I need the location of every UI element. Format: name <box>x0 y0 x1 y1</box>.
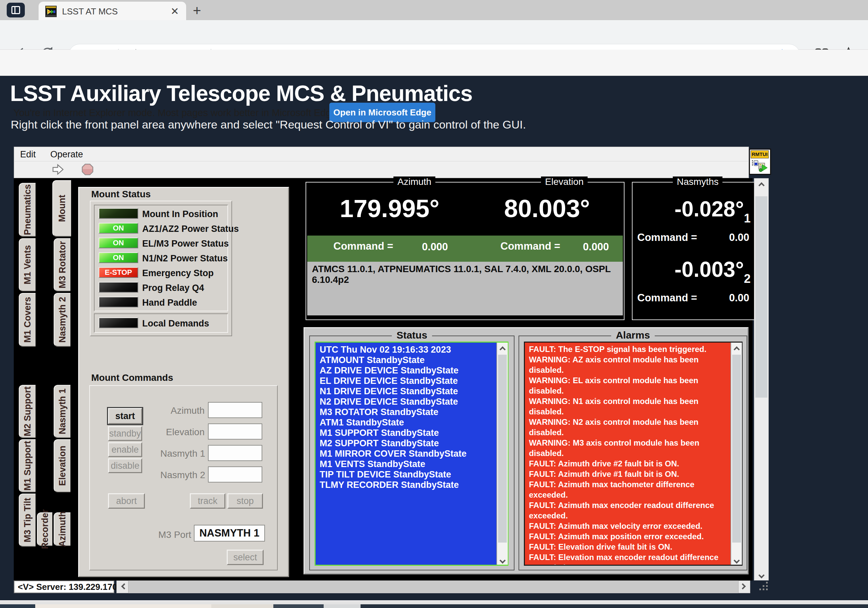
status-group: Status UTC Thu Nov 02 19:16:33 2023ATMOU… <box>309 335 515 571</box>
elevation-input[interactable] <box>208 423 262 440</box>
az-power-led: ON <box>99 223 138 234</box>
status-line: ATM1 StandbyState <box>319 417 507 428</box>
tab-nasmyth-1[interactable]: Nasmyth 1 <box>54 385 70 438</box>
alarm-line: WARNING: N1 axis control module has been… <box>529 396 726 417</box>
alarm-line: FAULT: Azimuth drive #1 fault bit is ON. <box>529 469 726 479</box>
alarm-line: WARNING: M3 axis control module has been… <box>529 437 726 458</box>
alarm-line: FAULT: Azimuth max encoder readout diffe… <box>529 500 726 521</box>
nasmyth1-input[interactable] <box>208 445 262 461</box>
alarms-scrollbar[interactable] <box>730 343 742 565</box>
elevation-command-label: Command = <box>501 240 560 252</box>
alarms-scroll-up-icon[interactable] <box>731 343 742 353</box>
nasmyth2-field-label: Nasmyth 2 <box>160 470 205 481</box>
status-scroll-up-icon[interactable] <box>497 343 508 353</box>
status-list[interactable]: UTC Thu Nov 02 19:16:33 2023ATMOUNT Stan… <box>315 341 508 566</box>
mount-in-position-label: Mount In Position <box>142 209 218 219</box>
az-el-display: Azimuth Elevation 179.995° 80.003° Comma… <box>305 182 625 320</box>
tab-recorder[interactable]: Recorder <box>37 512 52 546</box>
tab-m3-tip-tilt[interactable]: M3 Tip Tilt <box>19 493 36 547</box>
select-button[interactable]: select <box>227 550 264 565</box>
elevation-command-value: 0.000 <box>583 241 609 253</box>
alarms-scroll-down-icon[interactable] <box>731 556 742 564</box>
azimuth-command-label: Command = <box>333 240 393 252</box>
estop-label: Emergency Stop <box>142 268 214 279</box>
hscroll-right-button[interactable] <box>738 580 750 593</box>
m3-port-value: NASMYTH 1 <box>194 525 265 541</box>
panel-scroll-up-icon[interactable] <box>754 178 769 189</box>
page-title: LSST Auxiliary Telescope MCS & Pneumatic… <box>10 81 472 106</box>
rmtui-icon <box>751 160 769 174</box>
alarm-line: FAULT: Elevation drive fault bit is ON. <box>529 541 726 552</box>
tab-elevation[interactable]: Elevation <box>54 439 70 492</box>
tab-close-icon[interactable]: ✕ <box>169 6 181 18</box>
local-demands-label: Local Demands <box>142 318 209 329</box>
labview-favicon-icon <box>45 6 57 17</box>
workspaces-icon[interactable] <box>7 3 25 17</box>
nasmyth2-command-label: Command = <box>637 292 697 304</box>
tab-m1-support[interactable]: M1 Support <box>19 439 36 492</box>
start-button[interactable]: start <box>108 408 142 424</box>
tab-azimuth[interactable]: Azimuth <box>54 512 70 546</box>
browser-tab[interactable]: LSST AT MCS ✕ <box>39 2 186 20</box>
panel-scroll-down-icon[interactable] <box>754 571 769 579</box>
nasmyth1-field-label: Nasmyth 1 <box>160 448 205 459</box>
abort-button[interactable]: abort <box>108 493 145 509</box>
window-bottom-edge <box>0 600 868 604</box>
nasmyth1-command-label: Command = <box>637 231 697 244</box>
panel-scroll-thumb[interactable] <box>755 196 767 398</box>
taskbar-fragment <box>35 604 211 608</box>
status-scrollbar[interactable] <box>496 343 508 565</box>
nasmyths-display: Nasmyths -0.028°1 Command = 0.00 -0.003°… <box>632 182 756 320</box>
hscroll-track[interactable] <box>129 580 738 593</box>
standby-button[interactable]: standby <box>108 426 142 441</box>
prog-relay-label: Prog Relay Q4 <box>142 283 204 293</box>
status-scroll-down-icon[interactable] <box>497 556 508 564</box>
disable-button[interactable]: disable <box>108 458 142 473</box>
tab-title: LSST AT MCS <box>62 6 118 17</box>
nasmyths-display-title: Nasmyths <box>673 177 722 187</box>
version-line: ATMCS 11.0.1, ATPNEUMATICS 11.0.1, SAL 7… <box>307 262 623 315</box>
taskbar-fragment <box>211 604 273 608</box>
alarm-line: WARNING: AZ axis control module has been… <box>529 354 726 375</box>
status-line: M1 VENTS StandbyState <box>319 459 507 469</box>
status-line: M1 SUPPORT StandbyState <box>319 428 507 438</box>
nasmyth2-input[interactable] <box>208 467 262 482</box>
menu-edit[interactable]: Edit <box>20 149 36 160</box>
nasmyth2-value: -0.003°2 <box>674 257 750 286</box>
ie-mode-banner-text: You're in Internet Explorer mode. Most p… <box>13 107 339 118</box>
tab-mount[interactable]: Mount <box>52 180 71 237</box>
track-button[interactable]: track <box>190 493 225 509</box>
new-tab-button[interactable]: + <box>193 3 201 19</box>
browser-tab-bar: LSST AT MCS ✕ + <box>0 0 868 20</box>
alarms-group: Alarms FAULT: The E-STOP signal has been… <box>519 335 747 571</box>
status-scroll-thumb[interactable] <box>498 355 507 543</box>
m3-port-label: M3 Port <box>154 529 191 540</box>
alarm-line: WARNING: N2 axis control module has been… <box>529 417 726 437</box>
tab-m1-covers[interactable]: M1 Covers <box>19 293 36 347</box>
abort-execution-icon[interactable] <box>81 163 94 177</box>
tab-m3-rotator[interactable]: M3 Rotator <box>54 238 70 291</box>
rmtui-widget[interactable]: RMTUI <box>749 149 771 175</box>
status-line: N1 DRIVE DEVICE StandbyState <box>319 386 507 397</box>
n1n2-power-label: N1/N2 Power Status <box>142 253 228 264</box>
resize-grip[interactable] <box>755 581 771 593</box>
alarms-scroll-thumb[interactable] <box>732 355 741 543</box>
hscroll-left-button[interactable] <box>116 580 129 593</box>
mount-commands-title: Mount Commands <box>91 372 173 383</box>
tab-nasmyth-2[interactable]: Nasmyth 2 <box>54 293 70 347</box>
enable-button[interactable]: enable <box>108 442 142 457</box>
status-alarms-panel: Status UTC Thu Nov 02 19:16:33 2023ATMOU… <box>304 327 749 574</box>
tab-m2-support[interactable]: M2 Support <box>19 385 36 438</box>
azimuth-command-value: 0.000 <box>422 241 448 253</box>
tab-m1-vents[interactable]: M1 Vents <box>19 238 36 291</box>
alarm-line: FAULT: Elevation max encoder readout dif… <box>529 552 726 566</box>
alarm-line: FAULT: Azimuth max tachometer difference… <box>529 479 726 500</box>
menu-operate[interactable]: Operate <box>50 149 83 160</box>
tab-pneumatics[interactable]: Pneumatics <box>19 183 36 237</box>
stop-button[interactable]: stop <box>228 493 263 509</box>
rmtui-label: RMTUI <box>750 150 769 158</box>
azimuth-input[interactable] <box>208 402 262 418</box>
run-icon[interactable] <box>52 163 65 177</box>
status-line: UTC Thu Nov 02 19:16:33 2023 <box>319 344 507 355</box>
alarms-list[interactable]: FAULT: The E-STOP signal has been trigge… <box>524 341 742 566</box>
